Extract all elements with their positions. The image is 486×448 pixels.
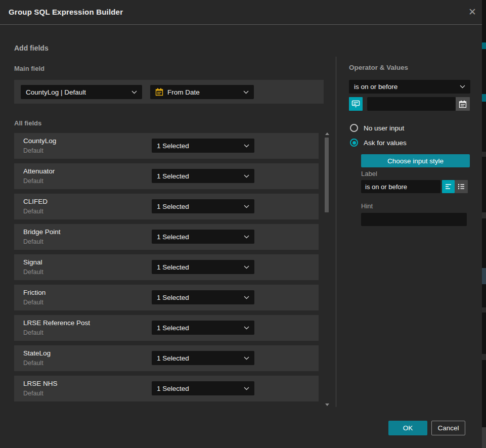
field-selected-dropdown[interactable]: 1 Selected: [152, 169, 254, 183]
selected-count: 1 Selected: [157, 294, 189, 301]
chevron-down-icon: [244, 387, 249, 390]
chevron-down-icon: [244, 296, 249, 299]
label-field-label: Label: [361, 170, 377, 177]
all-fields-label: All fields: [14, 119, 41, 127]
field-name: Signal: [23, 258, 42, 266]
all-fields-list: CountyLog Default 1 Selected Attenuator …: [14, 133, 319, 401]
field-subtitle: Default: [23, 329, 43, 336]
field-name: CountyLog: [23, 137, 56, 145]
field-selected-dropdown[interactable]: 1 Selected: [152, 381, 254, 395]
radio-label: Ask for values: [364, 139, 407, 147]
hint-field-label: Hint: [361, 202, 373, 210]
main-field-panel: CountyLog | Default From Date: [14, 80, 324, 104]
main-field-dropdown[interactable]: From Date: [150, 85, 254, 99]
vertical-divider: [336, 57, 336, 407]
backdrop-fragment: [482, 354, 486, 360]
background-edge-strip: [482, 0, 486, 448]
backdrop-fragment: [482, 268, 486, 284]
cancel-button-label: Cancel: [437, 424, 459, 432]
choose-input-style-button[interactable]: Choose input style: [361, 154, 470, 167]
field-row-attenuator: Attenuator Default 1 Selected: [14, 163, 319, 189]
add-fields-heading: Add fields: [14, 44, 49, 52]
operator-dropdown[interactable]: is on or before: [349, 80, 470, 94]
group-sql-expression-builder-dialog: Group SQL Expression Builder ✕ Add field…: [0, 0, 486, 448]
field-selected-dropdown[interactable]: 1 Selected: [152, 260, 254, 274]
field-name: LRSE NHS: [23, 380, 58, 387]
main-field-dropdown-value: From Date: [167, 88, 200, 96]
selected-count: 1 Selected: [157, 263, 189, 271]
selected-count: 1 Selected: [157, 385, 189, 392]
main-field-label: Main field: [14, 65, 45, 72]
field-row-lrse-reference-post: LRSE Reference Post Default 1 Selected: [14, 315, 319, 341]
field-row-bridge-point: Bridge Point Default 1 Selected: [14, 224, 319, 250]
field-name: Friction: [23, 289, 46, 296]
chevron-down-icon: [244, 326, 249, 330]
field-subtitle: Default: [23, 208, 43, 215]
field-subtitle: Default: [23, 390, 43, 397]
field-name: LRSE Reference Post: [23, 319, 90, 327]
radio-label: No user input: [364, 124, 404, 132]
backdrop-fragment: [482, 94, 486, 102]
scrollbar-thumb[interactable]: [325, 138, 329, 212]
value-calendar-button[interactable]: [456, 97, 470, 111]
field-selected-dropdown[interactable]: 1 Selected: [152, 230, 254, 244]
dialog-title: Group SQL Expression Builder: [9, 8, 123, 16]
field-subtitle: Default: [23, 177, 43, 185]
backdrop-fragment: [482, 152, 486, 157]
selected-count: 1 Selected: [157, 354, 189, 362]
selected-count: 1 Selected: [157, 233, 189, 241]
field-selected-dropdown[interactable]: 1 Selected: [152, 351, 254, 365]
hint-input[interactable]: [361, 213, 467, 226]
list-input-icon: [458, 183, 465, 190]
chevron-down-icon: [244, 235, 249, 239]
ok-button-label: OK: [403, 424, 413, 432]
single-line-style-button[interactable]: [442, 180, 455, 193]
ok-button[interactable]: OK: [388, 421, 427, 435]
field-name: StateLog: [23, 349, 51, 357]
field-selected-dropdown[interactable]: 1 Selected: [152, 139, 254, 153]
list-style-button[interactable]: [455, 180, 468, 193]
field-subtitle: Default: [23, 147, 43, 154]
label-input[interactable]: is on or before: [361, 180, 440, 193]
selected-count: 1 Selected: [157, 324, 189, 332]
field-name: Attenuator: [23, 167, 55, 175]
radio-no-user-input[interactable]: No user input: [350, 124, 404, 132]
field-row-statelog: StateLog Default 1 Selected: [14, 345, 319, 371]
chevron-down-icon: [243, 91, 249, 94]
scroll-down-icon[interactable]: [325, 404, 329, 406]
field-selected-dropdown[interactable]: 1 Selected: [152, 290, 254, 304]
field-subtitle: Default: [23, 299, 43, 306]
chevron-down-icon: [244, 205, 249, 208]
calendar-date-icon: [155, 88, 163, 96]
chevron-down-icon: [460, 85, 465, 88]
radio-ask-for-values[interactable]: Ask for values: [350, 139, 407, 147]
dialog-header: Group SQL Expression Builder: [0, 0, 482, 25]
field-subtitle: Default: [23, 360, 43, 367]
operator-values-heading: Operator & Values: [349, 64, 408, 71]
single-line-input-icon: [445, 183, 452, 190]
fields-list-scrollbar[interactable]: [324, 130, 330, 407]
field-subtitle: Default: [23, 238, 43, 245]
main-dataset-dropdown-value: CountyLog | Default: [26, 88, 86, 96]
cancel-button[interactable]: Cancel: [431, 421, 465, 435]
calendar-picker-icon: [459, 100, 467, 108]
selected-count: 1 Selected: [157, 172, 189, 180]
chevron-down-icon: [244, 356, 249, 360]
field-row-signal: Signal Default 1 Selected: [14, 254, 319, 280]
field-row-friction: Friction Default 1 Selected: [14, 285, 319, 310]
main-dataset-dropdown[interactable]: CountyLog | Default: [21, 85, 142, 99]
radio-selected-icon: [350, 139, 358, 147]
backdrop-fragment: [482, 307, 486, 312]
field-selected-dropdown[interactable]: 1 Selected: [152, 321, 254, 335]
backdrop-fragment: [482, 212, 486, 218]
value-type-icon: [351, 100, 360, 108]
value-type-button[interactable]: [349, 97, 363, 111]
scroll-up-icon[interactable]: [325, 132, 329, 135]
chevron-down-icon: [244, 144, 249, 148]
field-name: Bridge Point: [23, 228, 61, 236]
close-icon[interactable]: ✕: [466, 6, 479, 19]
value-input[interactable]: [367, 97, 456, 111]
field-row-countylog: CountyLog Default 1 Selected: [14, 133, 319, 159]
chevron-down-icon: [131, 91, 137, 94]
field-selected-dropdown[interactable]: 1 Selected: [152, 199, 254, 213]
